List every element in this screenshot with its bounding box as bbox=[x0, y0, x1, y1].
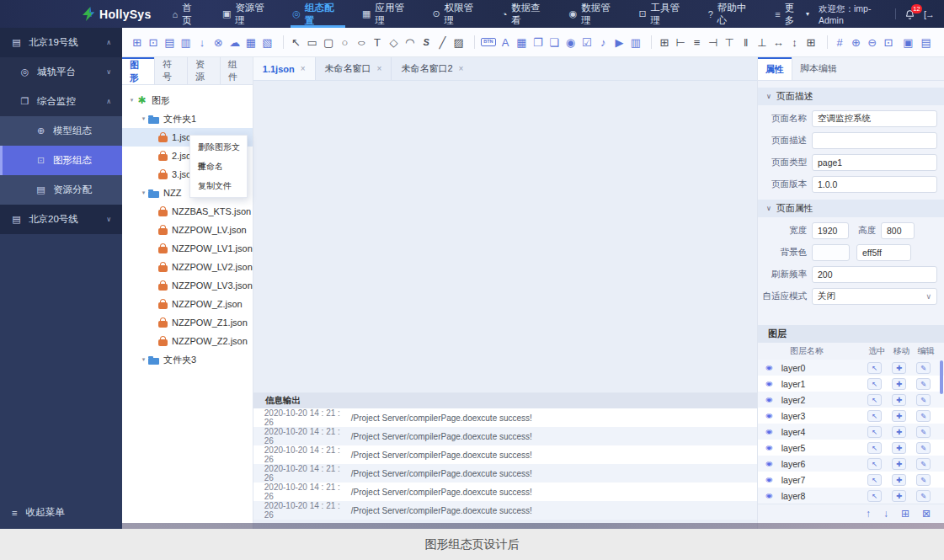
save-all-icon[interactable]: ▤ bbox=[920, 35, 932, 51]
tab-script-edit[interactable]: 脚本编辑 bbox=[792, 57, 845, 80]
layer-row[interactable]: ◉ layer7 ↖ ✚ ✎ bbox=[758, 472, 944, 488]
layer-select-button[interactable]: ↖ bbox=[867, 490, 882, 502]
layer-select-button[interactable]: ↖ bbox=[867, 394, 882, 406]
nav-item-config[interactable]: ◎ 组态配置 bbox=[283, 0, 353, 28]
file-config-icon[interactable]: ▥ bbox=[179, 35, 192, 51]
page-attributes-section-header[interactable]: ∨ 页面属性 bbox=[758, 200, 944, 217]
design-canvas[interactable] bbox=[253, 81, 757, 392]
save-icon[interactable]: ▣ bbox=[902, 35, 915, 51]
layer-edit-button[interactable]: ✎ bbox=[916, 410, 931, 422]
delete-layer-icon[interactable]: ⊠ bbox=[922, 508, 931, 520]
tree-node-nzzbas-kts[interactable]: NZZBAS_KTS.json bbox=[122, 202, 253, 221]
sidebar-item-integrated-monitor[interactable]: ❐ 综合监控 ∧ bbox=[0, 87, 122, 116]
doc-tab-11json[interactable]: 1.1json × bbox=[253, 57, 315, 80]
circle-icon[interactable]: ○ bbox=[339, 35, 351, 51]
tree-expand-icon[interactable]: ▾ bbox=[139, 189, 148, 196]
tree-expand-icon[interactable]: ▾ bbox=[139, 115, 148, 122]
layer-edit-button[interactable]: ✎ bbox=[916, 362, 931, 374]
align-left-icon[interactable]: ⊢ bbox=[675, 35, 687, 51]
nav-item-more[interactable]: ≡ 更多 ▾ bbox=[765, 0, 819, 28]
layer-move-button[interactable]: ✚ bbox=[892, 362, 906, 374]
layers-scrollbar[interactable] bbox=[940, 360, 943, 394]
align-top-icon[interactable]: ⊤ bbox=[723, 35, 736, 51]
page-version-input[interactable] bbox=[812, 176, 937, 193]
context-menu-delete-graphic-file[interactable]: 删除图形文件 bbox=[190, 137, 247, 157]
new-file-icon[interactable]: ⊡ bbox=[147, 35, 159, 51]
layer-select-button[interactable]: ↖ bbox=[867, 442, 882, 454]
layer-select-button[interactable]: ↖ bbox=[867, 362, 882, 374]
rectangle-icon[interactable]: ▭ bbox=[306, 35, 318, 51]
tree-node-nzzpow-lv1[interactable]: NZZPOW_LV1.json bbox=[122, 239, 253, 258]
database-icon[interactable]: ▧ bbox=[261, 35, 274, 51]
zoom-out-icon[interactable]: ⊖ bbox=[866, 35, 878, 51]
ellipse-icon[interactable]: ○ bbox=[355, 35, 367, 51]
visibility-eye-icon[interactable]: ◉ bbox=[765, 444, 773, 451]
layer-move-button[interactable]: ✚ bbox=[892, 410, 906, 422]
visibility-eye-icon[interactable]: ◉ bbox=[765, 492, 773, 499]
background-color-swatch[interactable] bbox=[812, 244, 850, 261]
layer-select-button[interactable]: ↖ bbox=[867, 378, 882, 390]
tab-graphics[interactable]: 图形 bbox=[122, 57, 154, 84]
logout-icon[interactable]: [→ bbox=[924, 9, 934, 19]
nav-item-resource-manage[interactable]: ▣ 资源管理 bbox=[213, 0, 283, 28]
layer-move-button[interactable]: ✚ bbox=[892, 426, 906, 438]
background-color-input[interactable] bbox=[856, 244, 911, 261]
align-bottom-icon[interactable]: ⊥ bbox=[755, 35, 768, 51]
rounded-rectangle-icon[interactable]: ▢ bbox=[322, 35, 334, 51]
tab-symbols[interactable]: 符号 bbox=[154, 57, 187, 84]
sidebar-item-line20[interactable]: ▤ 北京20号线 ∨ bbox=[0, 205, 122, 234]
same-size-icon[interactable]: ⊞ bbox=[804, 35, 817, 51]
curve-icon[interactable]: S bbox=[419, 35, 432, 51]
arc-icon[interactable]: ◠ bbox=[403, 35, 416, 51]
checkbox-widget-icon[interactable]: ☑ bbox=[580, 35, 593, 51]
collapse-menu-button[interactable]: ≡ 收起菜单 bbox=[12, 506, 65, 519]
layer-edit-button[interactable]: ✎ bbox=[916, 442, 931, 454]
visibility-eye-icon[interactable]: ◉ bbox=[765, 460, 773, 467]
align-right-icon[interactable]: ⊣ bbox=[707, 35, 719, 51]
video-widget-icon[interactable]: ▶ bbox=[613, 35, 626, 51]
tree-node-nzzpow-z1[interactable]: NZZPOW_Z1.json bbox=[122, 313, 253, 332]
tree-node-nzzpow-z[interactable]: NZZPOW_Z.json bbox=[122, 295, 253, 313]
tree-node-folder1[interactable]: ▾ 文件夹1 bbox=[122, 109, 253, 128]
tree-expand-icon[interactable]: ▾ bbox=[139, 356, 148, 363]
select-cursor-icon[interactable]: ↖ bbox=[290, 35, 302, 51]
layer-row[interactable]: ◉ layer8 ↖ ✚ ✎ bbox=[758, 488, 944, 504]
nav-item-help-center[interactable]: ? 帮助中心 bbox=[699, 0, 766, 28]
layer-row[interactable]: ◉ layer0 ↖ ✚ ✎ bbox=[758, 360, 944, 376]
cloud-upload-icon[interactable]: ☁ bbox=[228, 35, 241, 51]
tree-node-folder3[interactable]: ▾ 文件夹3 bbox=[122, 350, 253, 369]
zoom-in-icon[interactable]: ⊕ bbox=[850, 35, 862, 51]
visibility-eye-icon[interactable]: ◉ bbox=[765, 476, 773, 483]
tab-resources[interactable]: 资源 bbox=[187, 57, 220, 84]
context-menu-rename[interactable]: 重命名 bbox=[190, 157, 247, 176]
context-menu-copy-file[interactable]: 复制文件 bbox=[190, 176, 247, 195]
adaptive-mode-select[interactable]: 关闭 ∨ bbox=[812, 288, 937, 305]
width-input[interactable] bbox=[812, 222, 849, 239]
polygon-icon[interactable]: ◇ bbox=[387, 35, 400, 51]
table-widget-icon[interactable]: ▦ bbox=[515, 35, 528, 51]
nav-item-data-view[interactable]: ◔ 数据查看 bbox=[493, 0, 560, 28]
notification-bell-icon[interactable]: 12 bbox=[904, 8, 915, 20]
nav-item-permission[interactable]: ⊙ 权限管理 bbox=[423, 0, 492, 28]
image-icon[interactable]: ▨ bbox=[452, 35, 465, 51]
sidebar-item-model-config[interactable]: ⊕ 模型组态 bbox=[0, 116, 122, 146]
tree-expand-icon[interactable]: ▾ bbox=[127, 97, 136, 104]
tree-node-nzzpow-lv3[interactable]: NZZPOW_LV3.json bbox=[122, 276, 253, 295]
import-icon[interactable]: ↓ bbox=[195, 35, 208, 51]
visibility-eye-icon[interactable]: ◉ bbox=[765, 412, 773, 419]
move-layer-up-icon[interactable]: ↑ bbox=[866, 508, 871, 520]
fit-screen-icon[interactable]: ⊡ bbox=[882, 35, 894, 51]
layer-select-button[interactable]: ↖ bbox=[867, 458, 882, 470]
layer-edit-button[interactable]: ✎ bbox=[916, 458, 931, 470]
close-icon[interactable]: × bbox=[459, 64, 464, 73]
line-icon[interactable]: ╱ bbox=[436, 35, 449, 51]
layer-edit-button[interactable]: ✎ bbox=[916, 474, 931, 486]
layer-select-button[interactable]: ↖ bbox=[867, 426, 882, 438]
page-description-section-header[interactable]: ∨ 页面描述 bbox=[758, 88, 944, 105]
layer-move-button[interactable]: ✚ bbox=[892, 378, 906, 390]
layer-move-button[interactable]: ✚ bbox=[892, 474, 906, 486]
label-widget-icon[interactable]: A bbox=[499, 35, 512, 51]
layer-move-button[interactable]: ✚ bbox=[892, 442, 906, 454]
page-desc-input[interactable] bbox=[812, 132, 937, 149]
page-type-input[interactable] bbox=[812, 154, 937, 171]
